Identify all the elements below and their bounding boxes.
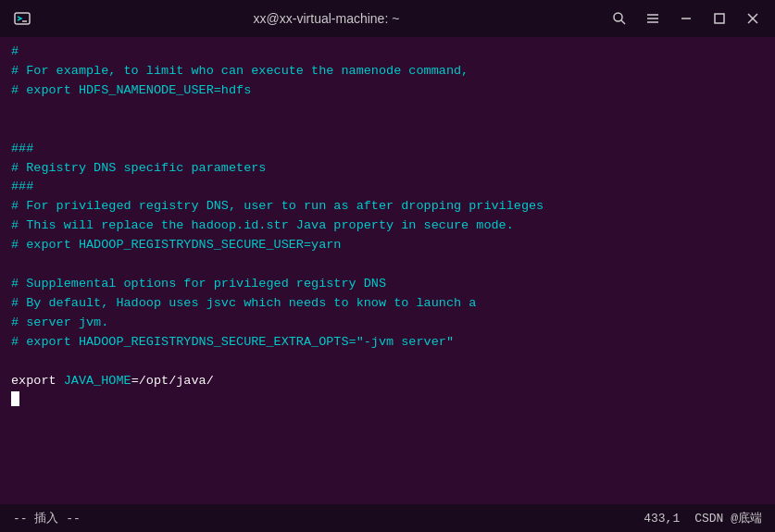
line-7: # Registry DNS specific parameters	[11, 159, 764, 179]
maximize-button[interactable]	[706, 6, 732, 31]
close-button[interactable]	[740, 6, 766, 31]
csdn-info: CSDN @底端	[694, 510, 762, 526]
line-14: # By default, Hadoop uses jsvc which nee…	[11, 294, 764, 314]
line-11: # export HADOOP_REGISTRYDNS_SECURE_USER=…	[11, 236, 764, 255]
line-18: export JAVA_HOME=/opt/java/	[11, 372, 764, 391]
titlebar-controls	[606, 6, 766, 31]
cursor	[11, 391, 19, 406]
var-value: =/opt/java/	[131, 374, 214, 388]
line-17	[11, 353, 764, 372]
search-icon[interactable]	[606, 6, 632, 31]
line-19-cursor	[11, 391, 764, 406]
line-8: ###	[11, 178, 764, 197]
line-15: # server jvm.	[11, 314, 764, 333]
titlebar-left	[9, 6, 46, 31]
line-9: # For privileged registry DNS, user to r…	[11, 197, 764, 217]
window-title: xx@xx-virtual-machine: ~	[46, 11, 606, 26]
cursor-position: 433,1	[644, 512, 680, 526]
line-12	[11, 255, 764, 275]
export-keyword: export	[11, 374, 56, 388]
line-1: #	[11, 43, 764, 62]
line-3: # export HDFS_NAMENODE_USER=hdfs	[11, 81, 764, 101]
svg-line-3	[621, 20, 625, 24]
line-16: # export HADOOP_REGISTRYDNS_SECURE_EXTRA…	[11, 333, 764, 353]
terminal-icon[interactable]	[9, 6, 35, 31]
svg-point-2	[614, 13, 622, 21]
statusbar: -- 插入 -- 433,1 CSDN @底端	[0, 504, 775, 532]
line-6: ###	[11, 140, 764, 159]
line-4	[11, 101, 764, 120]
statusbar-right: 433,1 CSDN @底端	[644, 510, 762, 526]
svg-rect-8	[715, 14, 724, 23]
line-2: # For example, to limit who can execute …	[11, 62, 764, 81]
minimize-button[interactable]	[673, 6, 699, 31]
line-5	[11, 120, 764, 140]
vim-mode: -- 插入 --	[13, 510, 81, 526]
menu-icon[interactable]	[640, 6, 666, 31]
line-13: # Supplemental options for privileged re…	[11, 275, 764, 294]
terminal-content: # # For example, to limit who can execut…	[0, 37, 775, 504]
titlebar: xx@xx-virtual-machine: ~	[0, 0, 775, 37]
line-10: # This will replace the hadoop.id.str Ja…	[11, 217, 764, 236]
var-name: JAVA_HOME	[56, 374, 131, 388]
